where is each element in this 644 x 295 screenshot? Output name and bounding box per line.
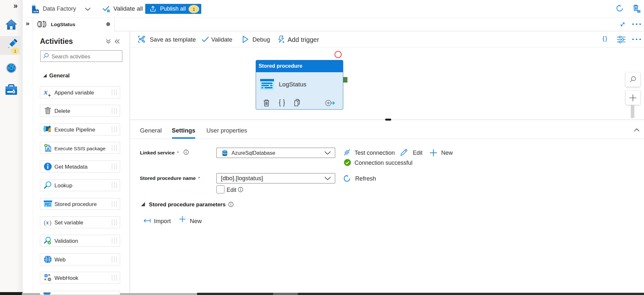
svg-text:SQL: SQL	[223, 152, 227, 155]
svg-text:): )	[49, 219, 52, 226]
svg-text:1: 1	[193, 6, 195, 11]
svg-text:x: x	[43, 88, 48, 96]
svg-text:1: 1	[14, 49, 16, 54]
svg-text:x: x	[46, 219, 49, 226]
